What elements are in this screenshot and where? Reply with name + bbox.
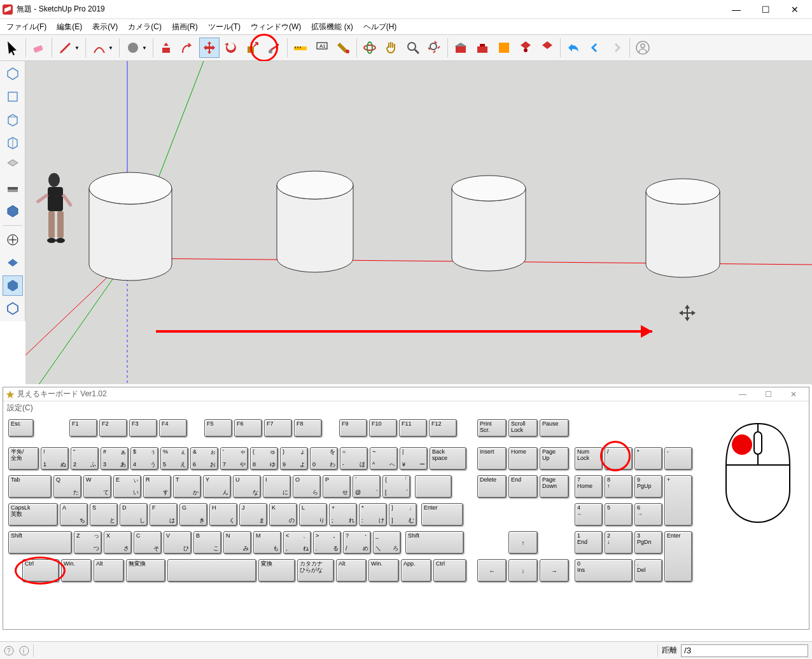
info-icon[interactable]: i bbox=[19, 646, 29, 656]
key-row1-7[interactable]: (ゅ8ゆ bbox=[250, 447, 278, 470]
key-f11[interactable]: F11 bbox=[399, 419, 427, 437]
maximize-button[interactable]: ☐ bbox=[751, 1, 780, 18]
viewport-3d[interactable] bbox=[25, 61, 812, 384]
key-row1-9[interactable]: を0わ bbox=[310, 447, 338, 470]
kbd-maximize[interactable]: ☐ bbox=[755, 390, 781, 399]
key-row1-5[interactable]: &ぉ6お bbox=[190, 447, 218, 470]
key-row3-0[interactable]: Aち bbox=[60, 503, 88, 526]
close-button[interactable]: ✕ bbox=[780, 1, 809, 18]
key-row4-1[interactable]: Xさ bbox=[104, 531, 132, 554]
key-ctrl-right[interactable]: Ctrl bbox=[433, 559, 466, 582]
key-row3-4[interactable]: Gき bbox=[179, 503, 207, 526]
key-space[interactable] bbox=[167, 559, 256, 582]
shaded-textures-icon[interactable] bbox=[3, 298, 23, 319]
key-muhenkan[interactable]: 無変換 bbox=[126, 559, 165, 582]
key-end[interactable]: End bbox=[508, 475, 538, 498]
shaded-icon[interactable] bbox=[3, 275, 23, 296]
key-row4-2[interactable]: Cそ bbox=[134, 531, 162, 554]
key-row3-6[interactable]: Jま bbox=[239, 503, 267, 526]
key-row1-10[interactable]: =-ほ bbox=[340, 447, 368, 470]
key-row1-12[interactable]: |¥ー bbox=[400, 447, 428, 470]
eraser-tool-icon[interactable] bbox=[29, 38, 49, 58]
key-pageup[interactable]: PageUp bbox=[540, 447, 569, 470]
kbd-minimize[interactable]: — bbox=[730, 390, 755, 399]
xray-icon[interactable] bbox=[3, 230, 23, 250]
pan-tool-icon[interactable] bbox=[381, 38, 402, 58]
key-f5[interactable]: F5 bbox=[204, 419, 232, 437]
select-tool-icon[interactable] bbox=[3, 38, 23, 58]
key-row2-10[interactable]: `@゛ bbox=[353, 475, 381, 498]
extension-manager-icon[interactable] bbox=[537, 38, 557, 58]
top-view-icon[interactable] bbox=[3, 87, 23, 107]
left-view-icon[interactable] bbox=[3, 178, 23, 198]
key-kana[interactable]: カタカナひらがな bbox=[297, 559, 334, 582]
warehouse-tool-icon[interactable] bbox=[451, 38, 471, 58]
key-row1-2[interactable]: #ぁ3あ bbox=[101, 447, 129, 470]
key-row1-4[interactable]: %ぇ5え bbox=[160, 447, 188, 470]
key-numpad-plus[interactable]: + bbox=[664, 475, 692, 526]
key-f10[interactable]: F10 bbox=[369, 419, 397, 437]
key-row3-7[interactable]: Kの bbox=[269, 503, 297, 526]
key-enter[interactable]: Enter bbox=[421, 503, 463, 526]
key-alt-left[interactable]: Alt bbox=[94, 559, 124, 582]
key-row3-5[interactable]: Hく bbox=[209, 503, 237, 526]
key-win-right[interactable]: Win. bbox=[368, 559, 399, 582]
tape-tool-icon[interactable] bbox=[290, 38, 311, 58]
key-row4-6[interactable]: Mも bbox=[253, 531, 281, 554]
key-row2-9[interactable]: Pせ bbox=[323, 475, 351, 498]
key-row4-7[interactable]: <、,ね bbox=[283, 531, 311, 554]
shape-tool-icon[interactable]: ▼ bbox=[122, 38, 150, 58]
rotate-tool-icon[interactable] bbox=[221, 38, 241, 58]
back-icon[interactable] bbox=[585, 38, 605, 58]
menu-help[interactable]: ヘルプ(H) bbox=[358, 20, 402, 34]
key-row2-2[interactable]: Eぃい bbox=[113, 475, 141, 498]
right-view-icon[interactable] bbox=[3, 132, 23, 153]
orbit-tool-icon[interactable] bbox=[360, 38, 380, 58]
key-numpad-minus[interactable]: - bbox=[664, 447, 692, 470]
key-delete[interactable]: Delete bbox=[477, 475, 507, 498]
key-row1-1[interactable]: "2ふ bbox=[71, 447, 99, 470]
key-row4-5[interactable]: Nみ bbox=[223, 531, 251, 554]
key-numpad-multiply[interactable]: * bbox=[634, 447, 662, 470]
key-numpad-divide[interactable]: / bbox=[605, 447, 633, 470]
key-row2-8[interactable]: Oら bbox=[293, 475, 321, 498]
minimize-button[interactable]: — bbox=[722, 1, 751, 18]
key-shift-right[interactable]: Shift bbox=[405, 531, 464, 554]
menu-tools[interactable]: ツール(T) bbox=[203, 20, 246, 34]
pushpull-tool-icon[interactable] bbox=[156, 38, 176, 58]
extension-warehouse-icon[interactable] bbox=[515, 38, 536, 58]
key-f2[interactable]: F2 bbox=[99, 419, 127, 437]
undo-icon[interactable] bbox=[563, 38, 584, 58]
key-row3-8[interactable]: Lり bbox=[299, 503, 327, 526]
key-row4-0[interactable]: Zっつ bbox=[74, 531, 102, 554]
key-scrolllock[interactable]: ScrollLock bbox=[508, 419, 538, 437]
key-numpad-6[interactable]: 6→ bbox=[634, 503, 662, 526]
key-row2-1[interactable]: Wて bbox=[83, 475, 111, 498]
key-pagedown[interactable]: PageDown bbox=[540, 475, 569, 498]
scale-tool-icon[interactable] bbox=[242, 38, 263, 58]
key-numpad-enter[interactable]: Enter bbox=[664, 531, 692, 582]
key-pause[interactable]: Pause bbox=[540, 419, 569, 437]
key-numpad-8[interactable]: 8↑ bbox=[605, 475, 633, 498]
perspective-view-icon[interactable] bbox=[3, 201, 23, 221]
key-row2-6[interactable]: Uな bbox=[233, 475, 261, 498]
key-f4[interactable]: F4 bbox=[159, 419, 187, 437]
key-arrow-down[interactable]: ↓ bbox=[508, 559, 538, 582]
key-win-left[interactable]: Win. bbox=[61, 559, 92, 582]
key-row2-0[interactable]: Qた bbox=[53, 475, 81, 498]
key-hankaku[interactable]: 半角/全角 bbox=[8, 447, 39, 470]
key-numpad-4[interactable]: 4← bbox=[575, 503, 603, 526]
key-numpad-0[interactable]: 0Ins bbox=[575, 559, 633, 582]
key-row2-5[interactable]: Yん bbox=[203, 475, 231, 498]
key-row2-4[interactable]: Tか bbox=[173, 475, 201, 498]
key-shift-left[interactable]: Shift bbox=[8, 531, 72, 554]
key-row4-10[interactable]: _＼ろ bbox=[373, 531, 401, 554]
key-row1-0[interactable]: !1ぬ bbox=[41, 447, 69, 470]
pencil-tool-icon[interactable]: ▼ bbox=[55, 38, 83, 58]
offset-tool-icon[interactable] bbox=[178, 38, 198, 58]
key-alt-right[interactable]: Alt bbox=[336, 559, 367, 582]
menu-camera[interactable]: カメラ(C) bbox=[123, 20, 167, 34]
key-row4-9[interactable]: ?・/め bbox=[343, 531, 371, 554]
key-f12[interactable]: F12 bbox=[429, 419, 457, 437]
key-home[interactable]: Home bbox=[508, 447, 538, 470]
